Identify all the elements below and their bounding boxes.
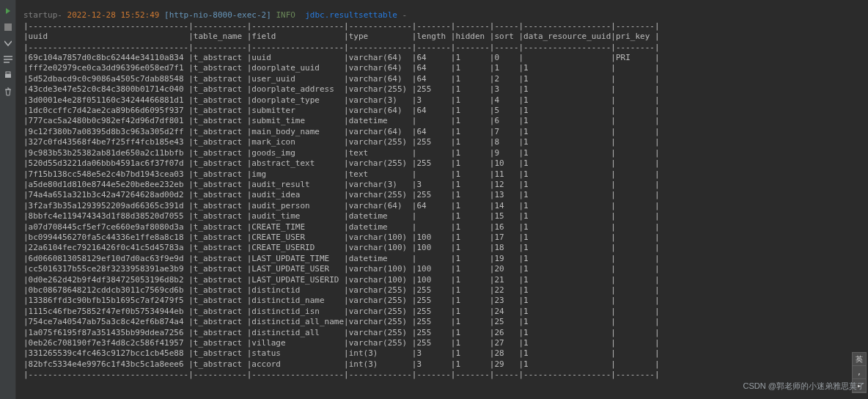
table-row: |6d0660813058129ef10d7d0ac63f9e9d |t_abs…: [16, 254, 868, 264]
log-line: startup- 2022-12-28 15:52:49 [http-nio-8…: [16, 10, 868, 21]
table-row: |0d0e262d42b9f4df384725053196d8b2 |t_abs…: [16, 275, 868, 285]
table-row: |---------------------------------|-----…: [16, 370, 868, 380]
table-row: |82bfc5334e4e9976c1f43bc5c1a8eee6 |t_abs…: [16, 359, 868, 370]
table-row: |3d0001e4e28f051160c34244466881d1 |t_abs…: [16, 95, 868, 106]
ime-indicator[interactable]: 英 , ▸: [852, 352, 867, 393]
table-row: |7f15b138cc548e5e2c4b7bd1943cea03 |t_abs…: [16, 169, 868, 180]
ime-lang[interactable]: 英: [852, 353, 867, 366]
table-row: |69c104a7857d0c8bc62444e34110a834 |t_abs…: [16, 53, 868, 63]
table-row: |520d55d3221da06bbb4591ac6f37f07d |t_abs…: [16, 158, 868, 169]
wrap-icon[interactable]: [3, 54, 13, 65]
table-row: |1dc0ccffc7d42ae2ca89b66d6095f937 |t_abs…: [16, 106, 868, 116]
rerun-icon[interactable]: [3, 6, 13, 16]
table-row: |5d52dbacd9c0c9086a4505c7dab88548 |t_abs…: [16, 74, 868, 84]
svg-rect-2: [6, 72, 10, 74]
table-row: |754ce7a40547ab75a3c8c42ef6b874a4 |t_abs…: [16, 317, 868, 327]
table-row: [16, 0, 868, 10]
ime-punct[interactable]: ,: [852, 366, 867, 379]
table-row: |a5de80d1d810e8744e5e20be8ee232eb |t_abs…: [16, 180, 868, 190]
table-row: |uuid |table_name |field |type |length |…: [16, 32, 868, 42]
table-row: |a07d708445cf5ef7ce660e9af8080d3a |t_abs…: [16, 222, 868, 233]
table-row: |bc0994456270fa5c44336e1ffe8a8c18 |t_abs…: [16, 233, 868, 243]
table-row: |9c983b53b25382ab81de650a2c11bbfb |t_abs…: [16, 148, 868, 158]
table-row: |---------------------------------|-----…: [16, 21, 868, 32]
console-output[interactable]: startup- 2022-12-28 15:52:49 [http-nio-8…: [16, 0, 868, 399]
down-icon[interactable]: [3, 38, 13, 48]
table-row: |0eb26c708190f7e3f4d8c2c586f41957 |t_abs…: [16, 338, 868, 348]
svg-rect-0: [4, 23, 12, 31]
ime-arrow[interactable]: ▸: [852, 379, 867, 392]
table-row: |74a4a651a321b3c42a47264628ad00d2 |t_abs…: [16, 190, 868, 200]
table-row: |22a6104fec79216426f0c41c5d45783a |t_abs…: [16, 243, 868, 253]
trash-icon[interactable]: [3, 87, 13, 97]
tool-sidebar: [0, 0, 16, 399]
table-row: |777cac5a2480b0c982ef42d96d7df801 |t_abs…: [16, 116, 868, 126]
table-row: |43cde3e47e52c0c84c3800b01714c040 |t_abs…: [16, 84, 868, 95]
table-row: |327c0fd43568f4be7f25ff4fcb185e43 |t_abs…: [16, 137, 868, 147]
table-row: |1a075f6195f87a351435bb99ddea7256 |t_abs…: [16, 328, 868, 338]
table-row: |fff2e02979ce0ca3dd96396e058ed7f1 |t_abs…: [16, 63, 868, 73]
table-row: |cc5016317b55ce28f3233958391ae3b9 |t_abs…: [16, 264, 868, 274]
table-row: |331265539c4fc463c9127bcc1cb45e88 |t_abs…: [16, 348, 868, 359]
svg-rect-1: [5, 74, 11, 78]
table-row: |1115c46fbe75852f47ef0b57534944eb |t_abs…: [16, 307, 868, 317]
table-row: |0bc08678648212cddcb3011c7569cd6b |t_abs…: [16, 285, 868, 296]
table-row: |---------------------------------|-----…: [16, 43, 868, 53]
stop-icon[interactable]: [3, 22, 13, 32]
table-row: |3f2af3b35a1293952209ad66365c391d |t_abs…: [16, 201, 868, 211]
table-row: |13386ffd3c90bfb15b1695c7af2479f5 |t_abs…: [16, 296, 868, 306]
print-icon[interactable]: [3, 70, 13, 81]
table-row: |8bbfc4e119474343d1f88d38520d7055 |t_abs…: [16, 211, 868, 222]
table-row: |9c12f380b7a08395d8b3c963a305d2ff |t_abs…: [16, 127, 868, 137]
